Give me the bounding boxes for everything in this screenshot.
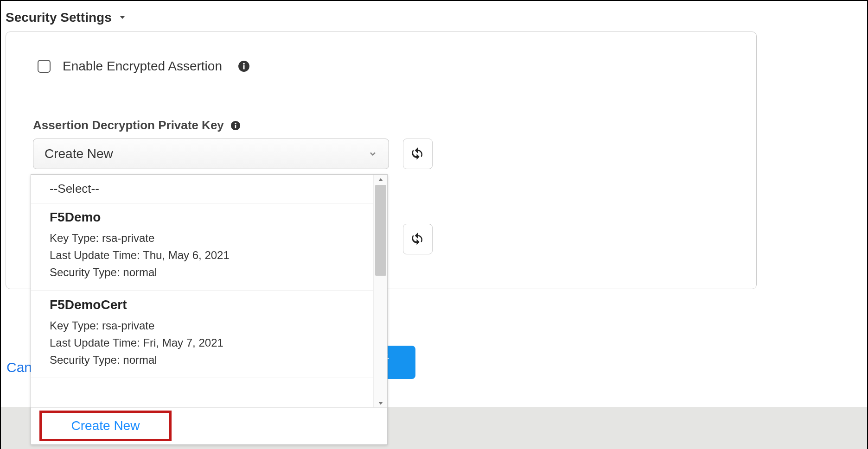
svg-point-2: [243, 63, 245, 65]
dropdown-option[interactable]: F5Demo Key Type: rsa-private Last Update…: [31, 203, 374, 291]
create-new-option[interactable]: Create New: [71, 418, 140, 433]
decryption-key-label-row: Assertion Decryption Private Key: [33, 118, 241, 133]
option-updated: Last Update Time: Thu, May 6, 2021: [50, 247, 355, 264]
scroll-down-arrow-icon[interactable]: [374, 398, 387, 408]
decryption-key-select[interactable]: Create New: [33, 139, 389, 169]
scroll-thumb[interactable]: [375, 185, 386, 276]
refresh-button[interactable]: [403, 224, 433, 254]
option-key-type: Key Type: rsa-private: [50, 229, 355, 247]
section-header[interactable]: Security Settings: [6, 10, 127, 25]
decryption-key-label: Assertion Decryption Private Key: [33, 118, 224, 133]
create-new-highlight: Create New: [39, 411, 172, 441]
caret-down-icon: [118, 13, 127, 22]
encrypted-assertion-checkbox[interactable]: [38, 60, 51, 73]
info-icon[interactable]: [238, 60, 250, 72]
encrypted-assertion-label: Enable Encrypted Assertion: [63, 59, 222, 74]
svg-rect-1: [243, 65, 244, 70]
option-name: F5DemoCert: [50, 297, 355, 312]
option-updated: Last Update Time: Fri, May 7, 2021: [50, 334, 355, 351]
option-name: F5Demo: [50, 210, 355, 225]
svg-point-5: [235, 122, 236, 124]
dropdown-footer: Create New: [31, 407, 387, 444]
refresh-button[interactable]: [403, 139, 433, 169]
refresh-icon: [411, 147, 425, 161]
select-value: Create New: [45, 146, 113, 161]
page-root: Security Settings Enable Encrypted Asser…: [0, 0, 868, 449]
option-security-type: Security Type: normal: [50, 351, 355, 368]
section-title: Security Settings: [6, 10, 112, 25]
info-icon[interactable]: [230, 120, 241, 131]
chevron-down-icon: [368, 149, 377, 158]
dropdown-scrollbar[interactable]: [373, 175, 387, 408]
refresh-icon: [411, 232, 425, 246]
encrypted-assertion-row: Enable Encrypted Assertion: [38, 59, 250, 74]
option-security-type: Security Type: normal: [50, 264, 355, 281]
scroll-up-arrow-icon[interactable]: [374, 175, 387, 185]
dropdown-option[interactable]: F5DemoCert Key Type: rsa-private Last Up…: [31, 291, 374, 379]
decryption-key-dropdown: --Select-- F5Demo Key Type: rsa-private …: [31, 174, 388, 445]
dropdown-placeholder-option[interactable]: --Select--: [31, 175, 374, 203]
dropdown-option-partial[interactable]: — — — — — —: [31, 378, 374, 391]
svg-rect-4: [235, 125, 236, 128]
option-key-type: Key Type: rsa-private: [50, 317, 355, 334]
dropdown-list[interactable]: --Select-- F5Demo Key Type: rsa-private …: [31, 175, 374, 408]
